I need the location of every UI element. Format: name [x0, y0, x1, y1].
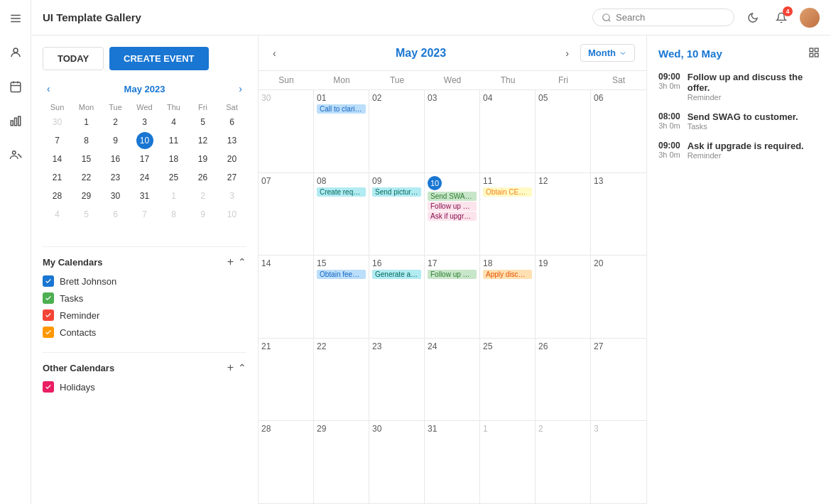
- mini-cal-day[interactable]: 8: [78, 132, 95, 149]
- mini-cal-day[interactable]: 18: [165, 150, 183, 168]
- mini-cal-day[interactable]: 3: [136, 114, 153, 131]
- expand-icon[interactable]: [808, 47, 820, 60]
- mini-cal-day[interactable]: 28: [49, 187, 66, 204]
- cal-cell[interactable]: 11Obtain CEO c...: [480, 173, 536, 256]
- mini-cal-day[interactable]: 3: [224, 187, 241, 204]
- cal-prev-btn[interactable]: ‹: [270, 45, 279, 62]
- cal-cell[interactable]: 05: [536, 90, 591, 172]
- mini-cal-day[interactable]: 29: [78, 187, 95, 204]
- add-my-calendar-btn[interactable]: +: [227, 256, 234, 268]
- collapse-my-calendar-btn[interactable]: ⌃: [238, 256, 246, 268]
- cal-cell[interactable]: 29: [314, 421, 369, 503]
- cal-cell[interactable]: 26: [536, 339, 591, 421]
- mini-cal-day[interactable]: 24: [136, 169, 153, 186]
- other-calendar-item[interactable]: Holidays: [43, 381, 246, 393]
- cal-cell[interactable]: 3: [591, 421, 646, 503]
- mini-cal-day[interactable]: 30: [49, 114, 66, 131]
- cal-cell[interactable]: 31: [425, 421, 480, 503]
- event-chip[interactable]: Send pictures...: [372, 187, 421, 197]
- mini-cal-day[interactable]: 7: [136, 206, 153, 223]
- search-input[interactable]: [616, 12, 722, 23]
- person-icon[interactable]: [6, 43, 26, 62]
- cal-cell[interactable]: 24: [425, 339, 480, 421]
- create-event-button[interactable]: CREATE EVENT: [109, 47, 208, 70]
- mini-cal-day[interactable]: 12: [195, 132, 212, 149]
- cal-cell[interactable]: 04: [480, 90, 536, 172]
- event-chip[interactable]: Apply discou...: [483, 270, 532, 279]
- cal-cell[interactable]: 06: [591, 90, 646, 172]
- cal-cell[interactable]: 22: [314, 339, 369, 421]
- cal-cell[interactable]: 02: [369, 90, 425, 172]
- cal-next-btn[interactable]: ›: [563, 45, 572, 62]
- cal-cell[interactable]: 13: [591, 173, 646, 256]
- cal-cell[interactable]: 27: [591, 339, 646, 421]
- mini-cal-day[interactable]: 7: [49, 132, 66, 149]
- dark-mode-toggle[interactable]: [743, 8, 763, 28]
- mini-cal-prev[interactable]: ‹: [43, 82, 55, 96]
- mini-cal-day[interactable]: 2: [195, 187, 212, 204]
- mini-cal-day[interactable]: 14: [49, 150, 66, 168]
- mini-cal-day[interactable]: 30: [107, 187, 124, 204]
- user-avatar[interactable]: [800, 8, 820, 28]
- event-chip[interactable]: Call to clarify ...: [317, 104, 366, 114]
- cal-cell[interactable]: 30: [259, 90, 314, 172]
- cal-cell[interactable]: 28: [259, 421, 314, 503]
- cal-cell[interactable]: 1: [480, 421, 536, 503]
- cal-cell[interactable]: 10Send SWAG t...Follow up and...Ask if u…: [425, 173, 480, 256]
- mini-cal-day[interactable]: 8: [165, 206, 183, 223]
- cal-cell[interactable]: 14: [259, 256, 314, 338]
- mini-cal-day[interactable]: 19: [195, 150, 212, 168]
- cal-cell[interactable]: 21: [259, 339, 314, 421]
- cal-cell[interactable]: 18Apply discou...: [480, 256, 536, 338]
- cal-cell[interactable]: 16Generate a qu...: [369, 256, 425, 338]
- mini-cal-day[interactable]: 6: [224, 114, 241, 131]
- menu-icon[interactable]: [6, 9, 26, 28]
- collapse-other-calendar-btn[interactable]: ⌃: [238, 362, 246, 373]
- my-calendar-item[interactable]: Tasks: [43, 292, 246, 304]
- event-chip[interactable]: Generate a qu...: [372, 270, 421, 279]
- event-chip[interactable]: Follow up and...: [428, 270, 477, 279]
- cal-cell[interactable]: 08Create reques...: [314, 173, 369, 256]
- event-chip[interactable]: Follow up and...: [428, 202, 477, 211]
- event-chip[interactable]: Ask if upgrad...: [428, 212, 477, 221]
- mini-cal-day[interactable]: 10: [136, 132, 153, 149]
- contacts-icon[interactable]: [6, 145, 26, 165]
- cal-cell[interactable]: 30: [369, 421, 425, 503]
- mini-cal-day[interactable]: 9: [195, 206, 212, 223]
- cal-cell[interactable]: 17Follow up and...: [425, 256, 480, 338]
- mini-cal-day[interactable]: 15: [78, 150, 95, 168]
- mini-cal-day[interactable]: 13: [224, 132, 241, 149]
- cal-cell[interactable]: 2: [536, 421, 591, 503]
- cal-cell[interactable]: 07: [259, 173, 314, 256]
- mini-cal-day[interactable]: 4: [49, 206, 66, 223]
- view-selector[interactable]: Month: [580, 44, 635, 62]
- mini-cal-day[interactable]: 5: [78, 206, 95, 223]
- cal-cell[interactable]: 03: [425, 90, 480, 172]
- event-chip[interactable]: Obtain CEO c...: [483, 187, 532, 197]
- mini-cal-next[interactable]: ›: [234, 82, 246, 96]
- mini-cal-day[interactable]: 21: [49, 169, 66, 186]
- my-calendar-item[interactable]: Reminder: [43, 309, 246, 321]
- my-calendar-item[interactable]: Contacts: [43, 327, 246, 338]
- mini-cal-day[interactable]: 1: [78, 114, 95, 131]
- mini-cal-day[interactable]: 2: [107, 114, 124, 131]
- mini-cal-day[interactable]: 25: [165, 169, 183, 186]
- mini-cal-day[interactable]: 10: [224, 206, 241, 223]
- mini-cal-day[interactable]: 17: [136, 150, 153, 168]
- mini-cal-day[interactable]: 4: [165, 114, 183, 131]
- cal-cell[interactable]: 23: [369, 339, 425, 421]
- notifications-icon[interactable]: 4: [771, 8, 791, 28]
- my-calendar-item[interactable]: Brett Johnson: [43, 275, 246, 287]
- mini-cal-day[interactable]: 11: [165, 132, 183, 149]
- mini-cal-day[interactable]: 31: [136, 187, 153, 204]
- calendar-icon[interactable]: [6, 77, 26, 97]
- mini-cal-day[interactable]: 20: [224, 150, 241, 168]
- mini-cal-day[interactable]: 9: [107, 132, 124, 149]
- mini-cal-day[interactable]: 23: [107, 169, 124, 186]
- event-chip[interactable]: Create reques...: [317, 187, 366, 197]
- today-button[interactable]: TODAY: [43, 47, 104, 70]
- event-chip[interactable]: Obtain feedb...: [317, 270, 366, 279]
- mini-cal-day[interactable]: 22: [78, 169, 95, 186]
- cal-cell[interactable]: 25: [480, 339, 536, 421]
- mini-cal-day[interactable]: 1: [165, 187, 183, 204]
